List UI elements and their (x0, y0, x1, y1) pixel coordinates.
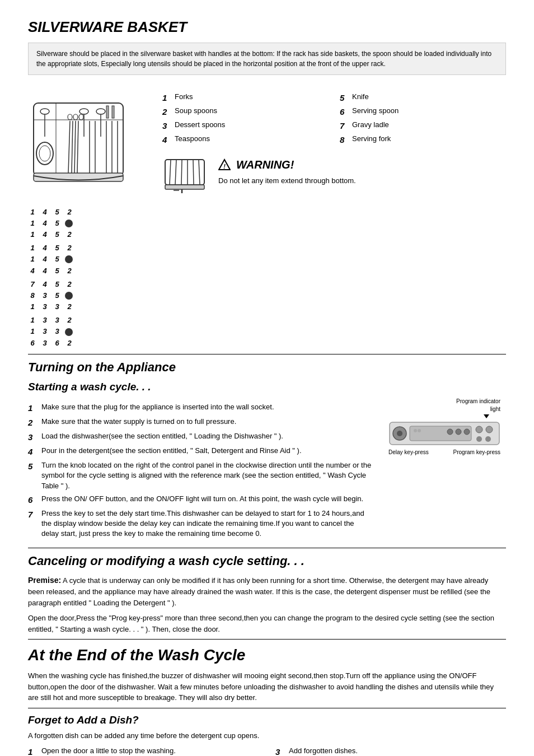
svg-point-21 (68, 114, 72, 120)
warning-1-title: ! WARNING! (218, 157, 506, 172)
svg-point-48 (486, 426, 493, 433)
svg-point-3 (40, 109, 49, 114)
svg-line-11 (68, 121, 70, 173)
item-5: 5 Knife (340, 92, 506, 104)
end-wash-title: At the End of the Wash Cycle (28, 644, 506, 666)
step-7: 7 Press the key to set the dely start ti… (28, 508, 372, 539)
warning-basket-svg (162, 157, 207, 196)
program-arrow-icon (484, 414, 489, 418)
svg-line-28 (175, 160, 176, 185)
starting-wash-steps: 1 Make sure that the plug for the applia… (28, 402, 372, 539)
svg-rect-41 (410, 426, 471, 441)
step-6: 6 Press the ON/ OFF button, and the ON/O… (28, 494, 372, 506)
svg-point-50 (485, 436, 491, 442)
divider-3 (28, 639, 506, 640)
warning-1-section: ! WARNING! Do not let any item extend th… (162, 157, 506, 199)
basket-illustration (28, 86, 129, 198)
svg-rect-34 (165, 185, 204, 189)
warning-triangle-icon: ! (218, 158, 231, 171)
starting-wash-title: Starting a wash cycle. . . (28, 380, 506, 395)
silverware-layout: 1452 145 1452 1452 145 4452 7452 835 133… (28, 86, 506, 348)
divider-2 (28, 548, 506, 548)
forget-dish-title: Forget to Add a Dish? (28, 713, 506, 728)
forget-dish-steps: 1 Open the door a little to stop the was… (28, 746, 506, 756)
svg-point-46 (464, 429, 470, 435)
svg-point-40 (397, 431, 402, 436)
arrow-area (388, 414, 500, 418)
premise-text-1: A cycle that is underway can only be mod… (28, 576, 490, 607)
control-panel-svg (388, 419, 500, 447)
info-box: Silverware should be placed in the silve… (28, 43, 506, 75)
warning-basket-image (162, 157, 207, 199)
control-panel-bottom-labels: Delay key-press Program key-press (388, 449, 500, 456)
forget-step-3: 3 Add forgotten dishes. (275, 746, 506, 756)
item-1: 1 Forks (162, 92, 329, 104)
svg-point-45 (456, 429, 461, 435)
svg-point-47 (476, 426, 483, 433)
step-1: 1 Make sure that the plug for the applia… (28, 402, 372, 414)
svg-rect-24 (106, 106, 109, 118)
item-7: 7 Gravy ladle (340, 120, 506, 132)
appliance-layout: 1 Make sure that the plug for the applia… (28, 398, 506, 543)
svg-point-23 (79, 114, 83, 120)
canceling-title: Canceling or modifying a wash cycle sett… (28, 553, 506, 570)
svg-line-27 (170, 160, 171, 185)
step-2: 2 Make sure that the water supply is tur… (28, 417, 372, 428)
svg-point-44 (447, 429, 453, 435)
svg-point-49 (476, 436, 482, 442)
page-title: SILVERWARE BASKET (28, 17, 506, 37)
forget-step-1: 1 Open the door a little to stop the was… (28, 746, 259, 756)
items-area: 1 Forks 5 Knife 2 Soup spoons 6 Serving … (162, 86, 506, 348)
svg-line-31 (193, 160, 194, 185)
svg-point-22 (73, 114, 78, 120)
control-panel-top-labels: Program indicator light (388, 398, 500, 413)
delay-key-label: Delay key-press (388, 449, 429, 456)
end-wash-text: When the washing cycle has finished,the … (28, 670, 506, 703)
svg-rect-25 (112, 106, 114, 118)
svg-point-10 (39, 146, 50, 161)
svg-point-42 (414, 429, 417, 432)
step-3: 3 Load the dishwasher(see the section en… (28, 431, 372, 443)
svg-text:!: ! (223, 163, 226, 170)
item-8: 8 Serving fork (340, 134, 506, 146)
item-2: 2 Soup spoons (162, 106, 329, 118)
control-panel-area: Program indicator light (383, 398, 506, 456)
item-4: 4 Teaspoons (162, 134, 329, 146)
program-key-label: Program key-press (453, 449, 500, 456)
svg-point-5 (79, 109, 88, 114)
divider-4 (28, 708, 506, 708)
program-indicator-label: Program indicator light (444, 398, 500, 413)
item-6: 6 Serving spoon (340, 106, 506, 118)
svg-point-7 (96, 109, 105, 114)
premise-paragraph: Premise: A cycle that is underway can on… (28, 575, 506, 608)
premise-label: Premise: (28, 576, 61, 585)
item-3: 3 Dessert spoons (162, 120, 329, 132)
svg-line-32 (199, 160, 200, 185)
forget-dish-intro: A forgotten dish can be added any time b… (28, 731, 506, 741)
basket-grid: 1452 145 1452 1452 145 4452 7452 835 133… (28, 207, 151, 348)
step-5: 5 Turn the knob located on the right of … (28, 460, 372, 491)
warning-1-text: Do not let any item extend through botto… (218, 176, 506, 186)
svg-line-14 (77, 121, 78, 173)
svg-rect-26 (165, 160, 204, 185)
appliance-steps-area: 1 Make sure that the plug for the applia… (28, 398, 372, 543)
basket-image-area: 1452 145 1452 1452 145 4452 7452 835 133… (28, 86, 151, 348)
warning-1-box: ! WARNING! Do not let any item extend th… (218, 157, 506, 199)
svg-line-13 (74, 121, 76, 173)
turning-on-title: Turning on the Appliance (28, 359, 506, 376)
svg-line-29 (181, 160, 182, 185)
svg-line-12 (72, 121, 73, 173)
svg-point-43 (418, 429, 421, 432)
premise-text-2: Open the door,Press the "Prog key-press"… (28, 613, 506, 634)
items-list: 1 Forks 5 Knife 2 Soup spoons 6 Serving … (162, 92, 506, 146)
divider-1 (28, 354, 506, 354)
step-4: 4 Pour in the detergent(see the section … (28, 446, 372, 458)
